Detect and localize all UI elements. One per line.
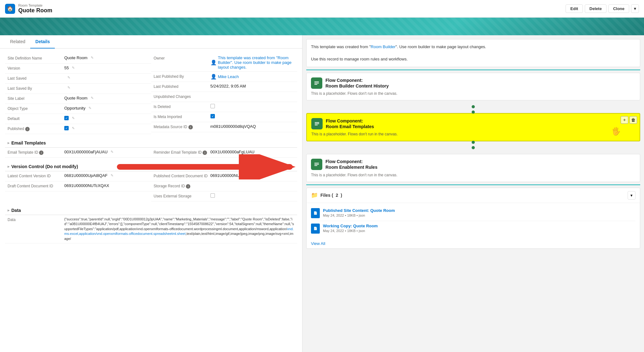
- field-draft-content-document-id: Draft Content Document ID 0691U00000NUTc…: [5, 181, 151, 191]
- file-icon-published: 📄: [311, 208, 320, 218]
- decorative-teal-bar: [0, 18, 644, 35]
- files-title: 📁 Files (2): [311, 192, 342, 199]
- file-name-published[interactable]: Published Site Content: Quote Room: [323, 208, 635, 213]
- email-templates-section-header: ▸ Email Templates: [5, 137, 297, 148]
- teal-divider-2: [306, 185, 640, 185]
- flow-delete-button[interactable]: 🗑: [630, 116, 637, 124]
- page-title: Quote Room: [18, 7, 52, 14]
- tab-related[interactable]: Related: [5, 35, 30, 48]
- section-toggle-data[interactable]: ▸: [8, 208, 9, 213]
- field-email-template-id: Email Template ID i 00X1U000000aFjAUAU ✎: [5, 148, 151, 158]
- field-latest-content-version-id: Latest Content Version ID 0681U00000UpAt…: [5, 171, 151, 181]
- actions-dropdown-button[interactable]: ▾: [631, 4, 639, 13]
- flow-add-button[interactable]: ＋: [621, 116, 628, 124]
- flow-title-history: Flow Component:Room Builder Content Hist…: [325, 77, 389, 89]
- is-deleted-checkbox[interactable]: [210, 104, 215, 108]
- section-toggle-version[interactable]: ▸: [8, 164, 9, 169]
- field-storage-record-id: Storage Record ID i: [151, 181, 297, 191]
- clone-button[interactable]: Clone: [608, 4, 629, 13]
- file-item-working: 📄 Working Copy: Quote Room May 24, 2022 …: [311, 221, 635, 236]
- flow-icon-rules: [311, 159, 322, 170]
- tabs-bar: Related Details: [0, 35, 302, 48]
- flow-dot-highlighted-bottom: [472, 141, 475, 144]
- edit-button[interactable]: Edit: [566, 4, 583, 13]
- files-dropdown-button[interactable]: ▾: [628, 191, 635, 200]
- file-info-published: Published Site Content: Quote Room May 2…: [323, 208, 635, 217]
- edit-icon[interactable]: ✎: [67, 76, 70, 80]
- field-data: Data {"success":true,"parentId":null,"or…: [5, 215, 297, 243]
- published-checkbox[interactable]: ✓: [64, 126, 69, 130]
- delete-button[interactable]: Delete: [585, 4, 607, 13]
- reminder-email-info-icon[interactable]: i: [203, 150, 207, 155]
- right-panel: This template was created from "Room Bui…: [302, 35, 644, 352]
- flow-card-email: ＋ 🗑 Flow Component:Room Email Templates …: [306, 113, 640, 141]
- flow-dot-bottom: [472, 146, 475, 149]
- email-left-col: Email Template ID i 00X1U000000aFjAUAU ✎: [5, 148, 151, 158]
- published-info-icon[interactable]: i: [25, 127, 30, 131]
- email-fields-grid: Email Template ID i 00X1U000000aFjAUAU ✎…: [5, 148, 297, 158]
- flow-connector-bottom: [306, 145, 640, 150]
- tab-details[interactable]: Details: [30, 35, 55, 48]
- flow-title-email: Flow Component:Room Email Templates: [326, 118, 374, 129]
- edit-icon[interactable]: ✎: [72, 126, 75, 130]
- metadata-source-info-icon[interactable]: i: [188, 125, 193, 129]
- field-uses-external-storage: Uses External Storage: [151, 191, 297, 202]
- field-last-published: Last Published 5/24/2022, 9:05 AM: [151, 82, 297, 92]
- edit-icon[interactable]: ✎: [72, 66, 75, 70]
- last-published-by-link[interactable]: Mike Leach: [218, 74, 239, 79]
- flow-icon-email: [311, 118, 323, 129]
- edit-icon[interactable]: ✎: [72, 116, 75, 120]
- main-fields-grid: Site Definition Name Quote Room ✎ Versio…: [5, 54, 297, 134]
- default-checkbox[interactable]: ✓: [64, 116, 69, 120]
- flow-card-history-header: Flow Component:Room Builder Content Hist…: [311, 77, 635, 89]
- field-metadata-source-id: Metadata Source ID i m081U000000d8qVQAQ: [151, 122, 297, 132]
- main-layout: Related Details Site Definition Name Quo…: [0, 35, 644, 352]
- file-item-published: 📄 Published Site Content: Quote Room May…: [311, 206, 635, 221]
- edit-icon[interactable]: ✎: [111, 173, 113, 178]
- field-is-meta-imported: Is Meta Imported ✓: [151, 112, 297, 122]
- edit-icon[interactable]: ✎: [89, 106, 91, 110]
- flow-card-rules: Flow Component:Room Enablement Rules Thi…: [306, 154, 640, 182]
- data-link[interactable]: vnd.ms-excel,application/vnd.openxmlform…: [64, 227, 294, 236]
- edit-icon[interactable]: ✎: [91, 96, 94, 100]
- is-meta-imported-checkbox[interactable]: ✓: [210, 114, 215, 118]
- file-meta-published: May 24, 2022 • 18KB • json: [323, 213, 635, 217]
- edit-icon[interactable]: ✎: [67, 86, 70, 90]
- owner-link[interactable]: This template was created from "Room Bui…: [218, 55, 295, 70]
- edit-icon[interactable]: ✎: [111, 150, 113, 154]
- flow-connector-top: [306, 104, 640, 109]
- room-builder-link[interactable]: Room Builder: [371, 44, 396, 49]
- room-template-icon: 🏠: [5, 4, 15, 14]
- field-site-label: Site Label Quote Room ✎: [5, 94, 151, 104]
- email-template-info-icon[interactable]: i: [39, 150, 43, 155]
- field-last-saved: Last Saved ✎: [5, 74, 151, 84]
- flow-card-history: Flow Component:Room Builder Content Hist…: [306, 73, 640, 100]
- flow-title-rules: Flow Component:Room Enablement Rules: [325, 159, 377, 170]
- info-box: This template was created from "Room Bui…: [306, 39, 640, 67]
- edit-icon[interactable]: ✎: [91, 56, 94, 60]
- header-title-block: Room Template Quote Room: [18, 3, 52, 14]
- version-left-col: Latest Content Version ID 0681U00000UpAt…: [5, 171, 151, 202]
- storage-record-info-icon[interactable]: i: [186, 184, 190, 189]
- section-toggle-email[interactable]: ▸: [8, 141, 9, 145]
- view-all-files-link[interactable]: View All: [307, 239, 640, 248]
- page-header: 🏠 Room Template Quote Room Edit Delete C…: [0, 0, 644, 18]
- files-section: 📁 Files (2) ▾ 📄 Published Site Content: …: [306, 188, 640, 249]
- field-version: Version 55 ✎: [5, 64, 151, 74]
- file-meta-working: May 24, 2022 • 18KB • json: [323, 229, 635, 233]
- last-pub-by-icon: 👤: [210, 74, 217, 80]
- field-published-content-document-id: Published Content Document ID 0691U00000…: [151, 171, 297, 181]
- uses-external-storage-checkbox[interactable]: [210, 193, 215, 198]
- data-section-header: ▸ Data: [5, 204, 297, 215]
- flow-dot-highlighted-top: [472, 111, 475, 114]
- file-name-working[interactable]: Working Copy: Quote Room: [323, 224, 635, 228]
- field-published: Published i ✓ ✎: [5, 124, 151, 134]
- version-right-col: Published Content Document ID 0691U00000…: [151, 171, 297, 202]
- version-fields-grid: Latest Content Version ID 0681U00000UpAt…: [5, 171, 297, 202]
- file-icon-working: 📄: [311, 224, 320, 234]
- file-info-working: Working Copy: Quote Room May 24, 2022 • …: [323, 224, 635, 233]
- flow-card-actions: ＋ 🗑: [621, 116, 637, 124]
- field-last-saved-by: Last Saved By ✎: [5, 84, 151, 94]
- files-header: 📁 Files (2) ▾: [307, 188, 640, 203]
- left-fields-col: Site Definition Name Quote Room ✎ Versio…: [5, 54, 151, 134]
